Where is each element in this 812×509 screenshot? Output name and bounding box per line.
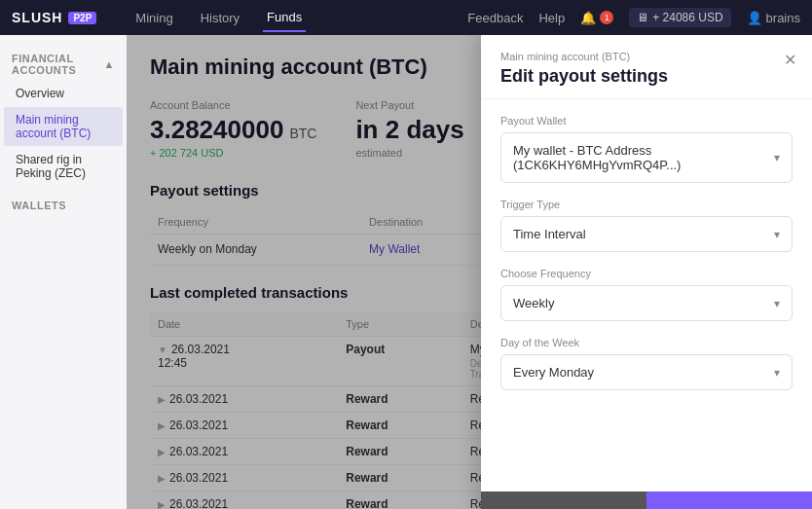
financial-accounts-section: Financial accounts ▲ Overview Main minin…	[0, 47, 127, 186]
frequency-label: Choose Frequency	[500, 268, 793, 279]
wallets-title: Wallets	[0, 194, 127, 215]
payout-wallet-select[interactable]: My wallet - BTC Address (1CK6KHY6MHgYvmR…	[500, 132, 793, 183]
notifications[interactable]: 🔔 1	[580, 11, 613, 25]
confirm-button[interactable]: Confirm Changes	[646, 491, 812, 509]
nav-funds[interactable]: Funds	[263, 4, 306, 32]
modal-overlay: Main mining account (BTC) Edit payout se…	[127, 35, 812, 509]
user-menu[interactable]: 👤 brains	[747, 11, 800, 25]
chevron-down-icon-4: ▾	[774, 366, 780, 380]
nav-history[interactable]: History	[197, 5, 243, 31]
cancel-button[interactable]: Cancel	[481, 491, 646, 509]
topnav: SLUSH P2P Mining History Funds Feedback …	[0, 0, 812, 35]
wallet-icon: 🖥	[637, 11, 648, 24]
modal-body: Payout Wallet My wallet - BTC Address (1…	[481, 99, 812, 491]
logo: SLUSH P2P	[12, 10, 96, 25]
logo-badge: P2P	[68, 12, 96, 24]
nav-mining[interactable]: Mining	[131, 5, 176, 31]
sidebar-item-shared-rig[interactable]: Shared rig in Peking (ZEC)	[4, 147, 123, 186]
content: Main mining account (BTC) ... Account Ba…	[127, 35, 812, 509]
day-label: Day of the Week	[500, 337, 793, 348]
modal-footer: Cancel Confirm Changes	[481, 491, 812, 509]
modal-header: Main mining account (BTC) Edit payout se…	[481, 35, 812, 99]
wallet-amount[interactable]: 🖥 + 24086 USD	[629, 8, 730, 27]
chevron-down-icon: ▾	[774, 151, 780, 164]
logo-text: SLUSH	[12, 10, 62, 25]
help-link[interactable]: Help	[538, 11, 565, 25]
sidebar-item-overview[interactable]: Overview	[4, 81, 123, 106]
app: SLUSH P2P Mining History Funds Feedback …	[0, 0, 812, 509]
day-select[interactable]: Every Monday ▾	[500, 354, 793, 390]
sidebar: Financial accounts ▲ Overview Main minin…	[0, 35, 127, 509]
notif-badge: 1	[600, 11, 613, 24]
edit-payout-modal: Main mining account (BTC) Edit payout se…	[481, 35, 812, 509]
trigger-type-select[interactable]: Time Interval ▾	[500, 216, 793, 252]
collapse-icon[interactable]: ▲	[104, 58, 115, 70]
sidebar-item-main-account[interactable]: Main mining account (BTC)	[4, 107, 123, 146]
modal-subtitle: Main mining account (BTC)	[500, 51, 793, 62]
modal-close-button[interactable]: ✕	[784, 51, 796, 69]
bell-icon: 🔔	[580, 11, 596, 25]
trigger-type-label: Trigger Type	[500, 199, 793, 210]
wallets-section: Wallets	[0, 194, 127, 215]
chevron-down-icon-2: ▾	[774, 228, 780, 241]
nav-right: Feedback Help 🔔 1 🖥 + 24086 USD 👤 brains	[467, 8, 800, 27]
frequency-select[interactable]: Weekly ▾	[500, 285, 793, 321]
payout-wallet-label: Payout Wallet	[500, 115, 793, 127]
main-body: Financial accounts ▲ Overview Main minin…	[0, 35, 812, 509]
modal-title: Edit payout settings	[500, 66, 793, 87]
user-icon: 👤	[747, 11, 762, 25]
financial-accounts-title: Financial accounts ▲	[0, 47, 127, 80]
chevron-down-icon-3: ▾	[774, 297, 780, 310]
feedback-link[interactable]: Feedback	[467, 11, 523, 25]
